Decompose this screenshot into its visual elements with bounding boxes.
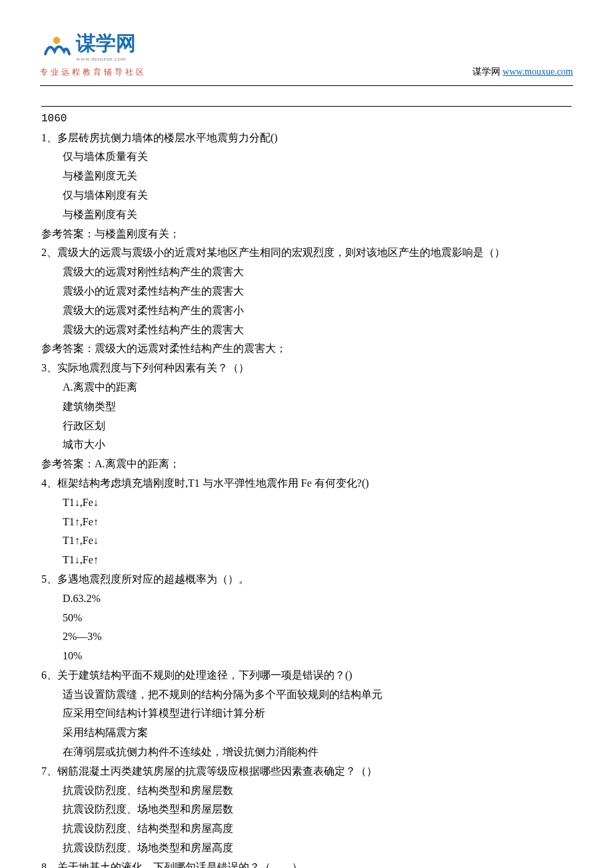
- question-option: 震级小的近震对柔性结构产生的震害大: [41, 282, 572, 301]
- question-option: T1↑,Fe↓: [41, 531, 572, 551]
- question: 4、框架结构考虑填充墙刚度时,T1 与水平弹性地震作用 Fe 有何变化?()T1…: [41, 474, 572, 570]
- question: 8、关于地基土的液化，下列哪句话是错误的？（ ）土的相对密度越大，越不容易液化: [41, 858, 572, 868]
- question-answer: 参考答案：A.离震中的距离；: [41, 455, 572, 474]
- question-text: 8、关于地基土的液化，下列哪句话是错误的？（ ）: [41, 858, 572, 868]
- content-separator: [41, 106, 572, 107]
- logo-url: www.mouxue.com: [76, 53, 136, 64]
- question: 5、多遇地震烈度所对应的超越概率为（）。D.63.2%50%2%—3%10%: [41, 570, 572, 666]
- site-label: 谋学网: [472, 67, 500, 77]
- question-option: 震级大的远震对刚性结构产生的震害大: [41, 263, 572, 282]
- question-option: 与楼盖刚度有关: [41, 205, 572, 225]
- question-option: 抗震设防烈度、场地类型和房屋高度: [41, 839, 572, 858]
- logo-icon: [40, 35, 73, 62]
- logo-subtitle: 专业远程教育辅导社区: [40, 65, 147, 80]
- question-text: 5、多遇地震烈度所对应的超越概率为（）。: [41, 570, 572, 589]
- header-divider: [40, 85, 573, 86]
- logo-block: 谋学网 www.mouxue.com 专业远程教育辅导社区: [40, 33, 147, 80]
- question-option: 抗震设防烈度、结构类型和房屋层数: [41, 781, 572, 801]
- question-option: A.离震中的距离: [41, 378, 572, 397]
- question: 6、关于建筑结构平面不规则的处理途径，下列哪一项是错误的？()适当设置防震缝，把…: [41, 666, 572, 762]
- question-option: 2%—3%: [41, 627, 572, 647]
- content: 1060 1、多层砖房抗侧力墙体的楼层水平地震剪力分配()仅与墙体质量有关与楼盖…: [40, 106, 573, 868]
- question-option: 在薄弱层或抗侧力构件不连续处，增设抗侧力消能构件: [41, 743, 572, 762]
- question-option: T1↓,Fe↑: [41, 551, 572, 570]
- question: 1、多层砖房抗侧力墙体的楼层水平地震剪力分配()仅与墙体质量有关与楼盖刚度无关仅…: [41, 129, 572, 244]
- question-option: D.63.2%: [41, 589, 572, 609]
- question-option: T1↑,Fe↑: [41, 513, 572, 532]
- question-text: 3、实际地震烈度与下列何种因素有关？（）: [41, 359, 572, 378]
- question-option: 行政区划: [41, 417, 572, 436]
- question-option: 抗震设防烈度、结构类型和房屋高度: [41, 819, 572, 839]
- page-header: 谋学网 www.mouxue.com 专业远程教育辅导社区 谋学网 www.mo…: [40, 33, 573, 80]
- question-text: 6、关于建筑结构平面不规则的处理途径，下列哪一项是错误的？(): [41, 666, 572, 685]
- question-option: T1↓,Fe↓: [41, 493, 572, 513]
- logo-top: 谋学网 www.mouxue.com: [40, 33, 147, 64]
- question-option: 城市大小: [41, 435, 572, 455]
- question-text: 1、多层砖房抗侧力墙体的楼层水平地震剪力分配(): [41, 129, 572, 148]
- question: 7、钢筋混凝土丙类建筑房屋的抗震等级应根据哪些因素查表确定？（）抗震设防烈度、结…: [41, 762, 572, 858]
- questions-container: 1、多层砖房抗侧力墙体的楼层水平地震剪力分配()仅与墙体质量有关与楼盖刚度无关仅…: [41, 129, 572, 868]
- question-text: 4、框架结构考虑填充墙刚度时,T1 与水平弹性地震作用 Fe 有何变化?(): [41, 474, 572, 493]
- question-text: 2、震级大的远震与震级小的近震对某地区产生相同的宏观烈度，则对该地区产生的地震影…: [41, 243, 572, 263]
- logo-text: 谋学网 www.mouxue.com: [76, 33, 136, 64]
- question-text: 7、钢筋混凝土丙类建筑房屋的抗震等级应根据哪些因素查表确定？（）: [41, 762, 572, 781]
- question-option: 适当设置防震缝，把不规则的结构分隔为多个平面较规则的结构单元: [41, 685, 572, 705]
- header-right: 谋学网 www.mouxue.com: [472, 63, 573, 80]
- question-option: 与楼盖刚度无关: [41, 167, 572, 186]
- question: 2、震级大的远震与震级小的近震对某地区产生相同的宏观烈度，则对该地区产生的地震影…: [41, 243, 572, 359]
- question-option: 仅与墙体质量有关: [41, 147, 572, 167]
- document-code: 1060: [41, 109, 572, 129]
- question-option: 震级大的远震对柔性结构产生的震害大: [41, 321, 572, 340]
- question-option: 10%: [41, 647, 572, 666]
- question: 3、实际地震烈度与下列何种因素有关？（）A.离震中的距离建筑物类型行政区划城市大…: [41, 359, 572, 474]
- question-answer: 参考答案：与楼盖刚度有关；: [41, 225, 572, 244]
- logo-name: 谋学网: [76, 33, 136, 53]
- question-option: 抗震设防烈度、场地类型和房屋层数: [41, 800, 572, 819]
- question-option: 建筑物类型: [41, 397, 572, 417]
- question-answer: 参考答案：震级大的远震对柔性结构产生的震害大；: [41, 339, 572, 359]
- question-option: 仅与墙体刚度有关: [41, 186, 572, 205]
- question-option: 震级大的远震对柔性结构产生的震害小: [41, 301, 572, 321]
- question-option: 应采用空间结构计算模型进行详细计算分析: [41, 704, 572, 723]
- question-option: 采用结构隔震方案: [41, 723, 572, 743]
- site-link[interactable]: www.mouxue.com: [502, 67, 573, 77]
- question-option: 50%: [41, 609, 572, 628]
